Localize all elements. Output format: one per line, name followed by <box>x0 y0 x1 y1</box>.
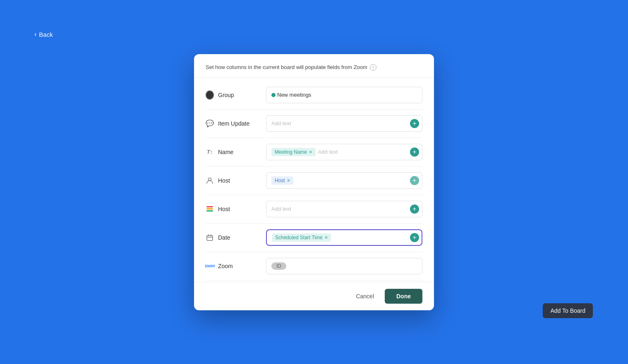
group-label: Group <box>206 91 259 99</box>
host-2-placeholder: Add text <box>271 206 291 212</box>
group-input-wrapper: New meetings <box>266 87 422 103</box>
meeting-name-tag-text: Meeting Name <box>275 149 307 155</box>
item-update-icon: 💬 <box>206 119 214 128</box>
cancel-button[interactable]: Cancel <box>350 290 380 303</box>
date-add-button[interactable]: + <box>410 233 419 242</box>
calendar-icon <box>206 234 213 241</box>
host-1-input-wrapper: Host × + <box>266 172 422 189</box>
meeting-name-tag[interactable]: Meeting Name × <box>271 148 316 156</box>
person-icon <box>206 177 213 184</box>
item-update-input[interactable]: Add text <box>266 115 422 132</box>
date-row: Date Scheduled Start Time × + <box>206 224 422 252</box>
group-value: New meetings <box>271 92 311 98</box>
meeting-name-tag-remove[interactable]: × <box>309 149 312 155</box>
host-2-label-text: Host <box>218 206 230 212</box>
date-input[interactable]: Scheduled Start Time × <box>266 229 422 246</box>
host-tag-remove[interactable]: × <box>287 178 290 183</box>
name-row: T↕ Name Meeting Name × Add text + <box>206 138 422 167</box>
modal-header-text: Set how columns in the current board wil… <box>206 64 422 71</box>
date-icon <box>206 233 214 242</box>
item-update-label-text: Item Update <box>218 120 249 127</box>
host-2-row: Host Add text + <box>206 195 422 224</box>
scheduled-start-time-tag-remove[interactable]: × <box>325 235 328 240</box>
date-label: Date <box>206 233 259 242</box>
item-update-add-button[interactable]: + <box>410 119 419 128</box>
header-description: Set how columns in the current board wil… <box>206 64 367 70</box>
modal-footer: Cancel Done <box>194 282 434 310</box>
zoom-logo-icon: zoom <box>205 264 215 268</box>
zoom-id-badge: ID <box>271 262 286 270</box>
host-2-input-wrapper: Add text + <box>266 201 422 217</box>
lines-icon <box>206 206 213 212</box>
zoom-row: zoom Zoom ID <box>206 252 422 281</box>
zoom-input-wrapper: ID <box>266 258 422 274</box>
name-add-text-placeholder: Add text <box>318 149 338 155</box>
modal-header: Set how columns in the current board wil… <box>194 54 434 78</box>
svg-rect-1 <box>207 236 213 240</box>
group-value-text: New meetings <box>277 92 311 98</box>
host-2-label: Host <box>206 205 259 213</box>
scheduled-start-time-tag-text: Scheduled Start Time <box>275 235 323 240</box>
group-label-text: Group <box>218 92 234 98</box>
group-input[interactable]: New meetings <box>266 87 422 103</box>
zoom-input[interactable]: ID <box>266 258 422 274</box>
host-tag[interactable]: Host × <box>271 176 293 185</box>
date-input-wrapper: Scheduled Start Time × + <box>266 229 422 246</box>
group-row: Group New meetings <box>206 81 422 109</box>
name-input[interactable]: Meeting Name × Add text <box>266 144 422 160</box>
modal: Set how columns in the current board wil… <box>194 54 434 310</box>
scheduled-start-time-tag[interactable]: Scheduled Start Time × <box>272 233 331 242</box>
group-icon <box>206 91 214 99</box>
zoom-icon: zoom <box>206 262 214 270</box>
name-input-wrapper: Meeting Name × Add text + <box>266 144 422 160</box>
name-label: T↕ Name <box>206 148 259 156</box>
host-2-input[interactable]: Add text <box>266 201 422 217</box>
host-1-label-text: Host <box>218 177 230 184</box>
item-update-row: 💬 Item Update Add text + <box>206 109 422 138</box>
name-label-text: Name <box>218 149 233 155</box>
group-circle-icon <box>206 90 214 100</box>
item-update-label: 💬 Item Update <box>206 119 259 128</box>
done-button[interactable]: Done <box>385 289 422 304</box>
date-label-text: Date <box>218 234 230 241</box>
modal-backdrop: Set how columns in the current board wil… <box>0 0 628 364</box>
host-2-add-button[interactable]: + <box>410 205 419 214</box>
host-2-icon <box>206 205 214 213</box>
host-1-label: Host <box>206 176 259 185</box>
name-add-button[interactable]: + <box>410 148 419 157</box>
name-icon: T↕ <box>206 148 214 156</box>
host-1-icon <box>206 176 214 185</box>
host-tag-text: Host <box>275 178 285 183</box>
group-dot-icon <box>271 93 276 97</box>
host-1-row: Host Host × + <box>206 167 422 195</box>
zoom-label: zoom Zoom <box>206 262 259 270</box>
chat-icon: 💬 <box>206 119 214 127</box>
modal-body: Group New meetings 💬 <box>194 78 434 282</box>
host-1-add-button[interactable]: + <box>410 176 419 185</box>
item-update-input-wrapper: Add text + <box>266 115 422 132</box>
text-cursor-icon: T↕ <box>207 149 213 155</box>
item-update-placeholder: Add text <box>271 120 291 126</box>
host-1-input[interactable]: Host × <box>266 172 422 189</box>
info-icon[interactable]: i <box>370 64 376 71</box>
zoom-label-text: Zoom <box>218 263 233 269</box>
